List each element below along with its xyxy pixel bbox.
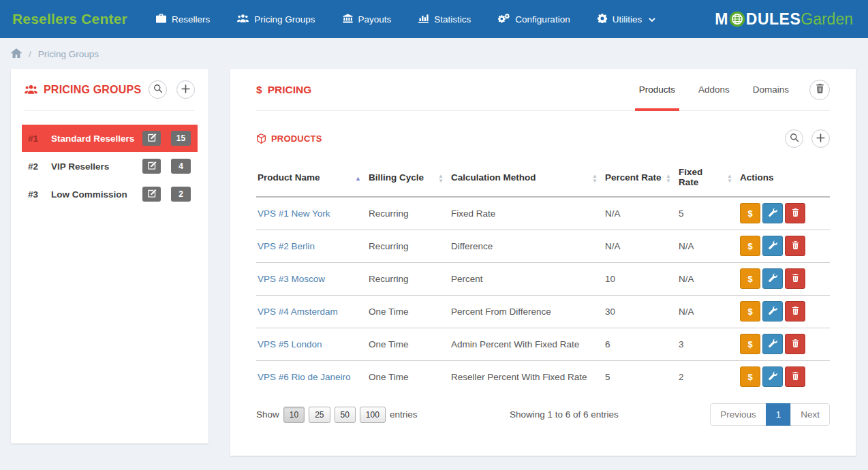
breadcrumb: / Pricing Groups	[0, 38, 868, 69]
pricing-tabs: Products Addons Domains	[627, 69, 801, 110]
tab-addons[interactable]: Addons	[687, 69, 741, 110]
page-size-100[interactable]: 100	[360, 407, 386, 423]
pagination-next-button[interactable]: Next	[790, 403, 830, 426]
page-size-50[interactable]: 50	[335, 407, 356, 423]
column-header-product-name[interactable]: Product Name▲	[256, 160, 367, 197]
product-link[interactable]: VPS #3 Moscow	[258, 274, 325, 284]
nav-item-statistics[interactable]: Statistics	[405, 0, 484, 38]
add-group-button[interactable]	[176, 80, 195, 99]
configure-button[interactable]	[762, 334, 783, 354]
table-row: VPS #2 Berlin Recurring Difference N/A N…	[256, 230, 830, 262]
edit-group-button[interactable]	[142, 187, 161, 202]
fixed-rate-cell: N/A	[677, 230, 739, 262]
delete-group-button[interactable]	[809, 80, 830, 100]
pagination-page-1-button[interactable]: 1	[766, 403, 792, 426]
product-link[interactable]: VPS #5 London	[258, 339, 322, 349]
nav-item-pricing-groups[interactable]: Pricing Groups	[223, 0, 328, 38]
sort-both-icon: ▲▼	[666, 174, 671, 183]
tab-domains[interactable]: Domains	[741, 69, 801, 110]
delete-button[interactable]	[785, 366, 805, 387]
trash-icon	[792, 372, 799, 382]
configure-button[interactable]	[762, 301, 783, 322]
configure-button[interactable]	[762, 268, 783, 289]
column-header-billing-cycle[interactable]: Billing Cycle▲▼	[367, 160, 450, 197]
group-number: #1	[28, 134, 51, 144]
page-size-25[interactable]: 25	[309, 407, 330, 423]
products-title: PRODUCTS	[271, 134, 322, 144]
delete-button[interactable]	[785, 268, 805, 289]
list-item-vip-resellers[interactable]: #2 VIP Resellers 4	[22, 153, 198, 180]
bar-chart-icon	[418, 14, 429, 25]
pricing-button[interactable]: $	[740, 268, 760, 289]
briefcase-icon	[156, 14, 166, 25]
edit-icon	[147, 133, 157, 144]
list-item-standard-resellers[interactable]: #1 Standard Resellers 15	[22, 125, 198, 152]
gears-icon	[498, 13, 510, 25]
search-products-button[interactable]	[785, 129, 803, 148]
table-row: VPS #4 Amsterdam One Time Percent From D…	[256, 295, 830, 328]
search-icon	[790, 133, 799, 144]
product-link[interactable]: VPS #6 Rio de Janeiro	[258, 372, 351, 382]
pricing-button[interactable]: $	[740, 203, 760, 223]
group-name: VIP Resellers	[51, 161, 142, 172]
logo-text-m: M	[715, 10, 728, 29]
pricing-groups-panel: PRICING GROUPS #1 Standard Resellers 15 …	[11, 69, 208, 443]
pricing-button[interactable]: $	[740, 236, 760, 256]
nav-menu: Resellers Pricing Groups Payouts Statist…	[142, 0, 669, 38]
chevron-down-icon	[649, 14, 655, 25]
list-item-low-commission[interactable]: #3 Low Commission 2	[22, 181, 198, 208]
group-number: #2	[28, 161, 51, 172]
product-link[interactable]: VPS #1 New York	[258, 208, 330, 219]
column-header-percent-rate[interactable]: Percent Rate▲▼	[604, 160, 677, 197]
breadcrumb-page[interactable]: Pricing Groups	[38, 49, 99, 59]
pagination-previous-button[interactable]: Previous	[710, 403, 766, 426]
delete-button[interactable]	[785, 334, 805, 354]
nav-item-payouts[interactable]: Payouts	[329, 0, 405, 38]
plus-icon	[181, 84, 190, 95]
product-link[interactable]: VPS #2 Berlin	[258, 241, 315, 251]
configure-button[interactable]	[762, 203, 783, 223]
edit-icon	[147, 189, 157, 200]
billing-cycle-cell: One Time	[367, 295, 450, 328]
actions-cell: $	[739, 262, 830, 295]
entries-label: entries	[390, 409, 418, 420]
nav-item-configuration[interactable]: Configuration	[484, 0, 583, 38]
configure-button[interactable]	[762, 236, 783, 256]
home-icon[interactable]	[11, 48, 22, 60]
edit-group-button[interactable]	[142, 131, 161, 146]
calculation-method-cell: Admin Percent With Fixed Rate	[450, 328, 604, 360]
tab-products[interactable]: Products	[627, 69, 687, 110]
column-header-calculation-method[interactable]: Calculation Method▲▼	[450, 160, 604, 197]
delete-button[interactable]	[785, 203, 805, 223]
pricing-button[interactable]: $	[740, 301, 760, 322]
content-area: PRICING GROUPS #1 Standard Resellers 15 …	[0, 69, 868, 456]
table-row: VPS #6 Rio de Janeiro One Time Reseller …	[256, 360, 830, 393]
table-row: VPS #3 Moscow Recurring Percent 10 N/A $	[256, 262, 830, 295]
configure-button[interactable]	[762, 366, 783, 387]
breadcrumb-separator: /	[29, 49, 31, 59]
group-number: #3	[28, 189, 51, 200]
pricing-header: $ PRICING Products Addons Domains	[256, 69, 830, 111]
logo-text-garden: Garden	[801, 10, 853, 29]
percent-rate-cell: 30	[604, 295, 677, 328]
nav-item-utilities[interactable]: Utilities	[584, 0, 670, 38]
page-size-10[interactable]: 10	[283, 407, 305, 423]
nav-item-resellers[interactable]: Resellers	[142, 0, 223, 38]
pricing-button[interactable]: $	[740, 334, 760, 354]
wrench-icon	[769, 273, 777, 284]
add-product-button[interactable]	[811, 129, 830, 148]
delete-button[interactable]	[785, 301, 805, 322]
sort-asc-icon: ▲	[355, 175, 361, 182]
edit-group-button[interactable]	[142, 159, 161, 174]
pricing-button[interactable]: $	[740, 366, 760, 387]
app-brand[interactable]: Resellers Center	[12, 11, 127, 27]
pricing-panel: $ PRICING Products Addons Domains PRODUC…	[230, 69, 856, 456]
column-header-fixed-rate[interactable]: Fixed Rate▲▼	[677, 160, 739, 197]
fixed-rate-cell: N/A	[677, 262, 739, 295]
trash-icon	[792, 274, 799, 284]
search-groups-button[interactable]	[149, 80, 167, 99]
wrench-icon	[769, 339, 777, 349]
wrench-icon	[769, 208, 777, 219]
delete-button[interactable]	[785, 236, 805, 256]
product-link[interactable]: VPS #4 Amsterdam	[258, 307, 338, 317]
